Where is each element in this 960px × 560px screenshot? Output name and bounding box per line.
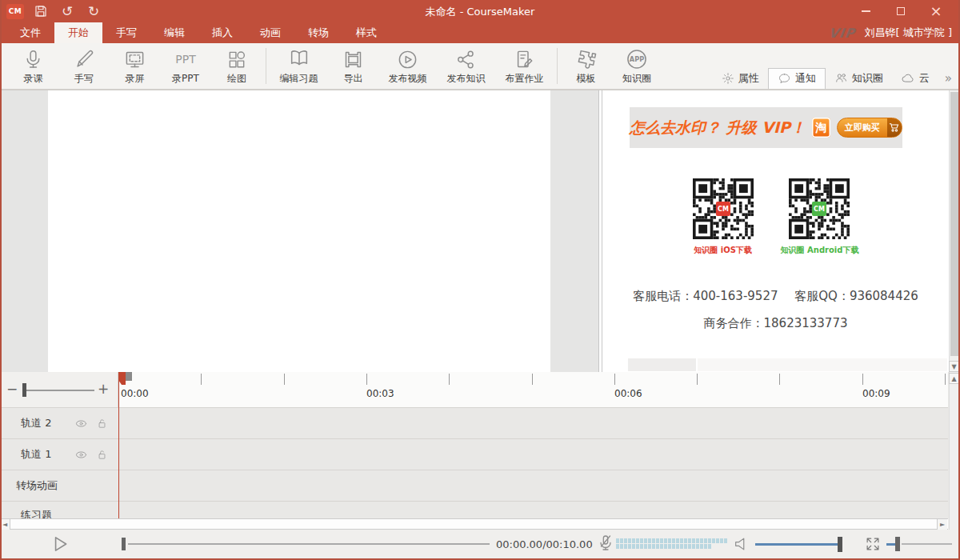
business-contact: 商务合作：18623133773 bbox=[602, 316, 949, 331]
play-button[interactable] bbox=[50, 534, 70, 558]
tab-animation[interactable]: 动画 bbox=[246, 22, 294, 43]
editing-canvas[interactable] bbox=[48, 90, 550, 373]
ruler-label: 00:09 bbox=[862, 388, 890, 399]
fullscreen-icon[interactable] bbox=[864, 535, 882, 556]
tab-edit[interactable]: 编辑 bbox=[150, 22, 198, 43]
buy-now-button[interactable]: 立即购买 bbox=[837, 118, 902, 138]
edit-exercises-button[interactable]: 编辑习题 bbox=[270, 43, 328, 89]
microphone-icon bbox=[22, 47, 44, 71]
cloud-icon bbox=[901, 71, 915, 86]
knowledge-circle-panel-button[interactable]: 知识圈 bbox=[826, 68, 892, 89]
canvas-left-margin bbox=[2, 90, 48, 373]
volume-slider-handle[interactable] bbox=[838, 537, 842, 552]
pencil-icon bbox=[74, 47, 95, 71]
people-icon bbox=[834, 71, 848, 85]
unlock-icon[interactable] bbox=[91, 418, 112, 430]
assign-homework-button[interactable]: 布置作业 bbox=[495, 43, 554, 89]
playhead-marker[interactable] bbox=[118, 372, 126, 385]
volume-slider[interactable] bbox=[755, 543, 842, 546]
contact-line: 客服电话：400-163-9527 客服QQ：936084426 bbox=[602, 289, 949, 304]
template-button[interactable]: 模板 bbox=[561, 43, 611, 89]
zoom-in-button[interactable]: + bbox=[98, 381, 109, 397]
screen-record-icon bbox=[124, 47, 146, 71]
qr-code-android: CM bbox=[789, 178, 850, 239]
seek-slider-handle[interactable] bbox=[122, 538, 126, 550]
main-area: 怎么去水印？ 升级 VIP！ 淘 立即购买 CM 知识圈 iOS下载 CM 知识… bbox=[0, 90, 960, 372]
time-display: 00:00.00/00:10.00 bbox=[496, 538, 584, 550]
audio-level-meter bbox=[616, 538, 728, 549]
microphone-muted-icon[interactable] bbox=[596, 534, 615, 556]
publish-video-button[interactable]: 发布视频 bbox=[378, 43, 437, 89]
playhead-line[interactable] bbox=[118, 372, 119, 518]
qr-android-block: CM 知识圈 Android下载 bbox=[781, 178, 859, 256]
timeline-ruler[interactable]: 00:00 00:03 00:06 00:09 bbox=[118, 372, 948, 408]
assignment-icon bbox=[514, 47, 535, 71]
zoom-out-button[interactable]: − bbox=[6, 381, 18, 397]
panel-section-peek bbox=[698, 358, 947, 371]
svg-text:APP: APP bbox=[630, 55, 644, 63]
unlock-icon[interactable] bbox=[91, 449, 112, 461]
qr-code-ios: CM bbox=[693, 178, 754, 239]
export-button[interactable]: 导出 bbox=[328, 43, 378, 89]
scrollbar-thumb[interactable] bbox=[950, 92, 958, 356]
expand-toolbar-icon[interactable]: » bbox=[945, 71, 950, 86]
visibility-eye-icon[interactable] bbox=[70, 417, 91, 430]
handwrite-button[interactable]: 手写 bbox=[58, 43, 110, 89]
tab-file[interactable]: 文件 bbox=[6, 22, 54, 43]
track-row[interactable]: 练习题 bbox=[0, 502, 948, 518]
toolbar: 录课 手写 录屏 PPT 录PPT 绘图 bbox=[0, 43, 960, 90]
scroll-right-button[interactable]: ► bbox=[937, 519, 947, 530]
qr-ios-block: CM 知识圈 iOS下载 bbox=[693, 178, 754, 256]
track-row[interactable]: 轨道 2 bbox=[0, 408, 948, 439]
notifications-button[interactable]: 通知 bbox=[768, 68, 826, 89]
zoom-slider[interactable] bbox=[24, 390, 94, 391]
qr-android-label: 知识圈 Android下载 bbox=[781, 245, 859, 256]
tab-transition[interactable]: 转场 bbox=[294, 22, 342, 43]
tab-style[interactable]: 样式 bbox=[342, 22, 390, 43]
app-logo-icon: CM bbox=[6, 4, 24, 19]
timeline-hscrollbar[interactable]: ◄ ► bbox=[0, 518, 948, 530]
preview-zoom-slider-handle[interactable] bbox=[895, 537, 900, 551]
menu-bar: 文件 开始 手写 编辑 插入 动画 转场 样式 VIP 刘昌铧[ 城市学院 ] bbox=[0, 22, 960, 43]
maximize-button[interactable] bbox=[883, 0, 918, 22]
seek-slider[interactable] bbox=[128, 543, 490, 545]
tab-home[interactable]: 开始 bbox=[54, 22, 102, 43]
track-row[interactable]: 转场动画 bbox=[0, 470, 948, 502]
cloud-button[interactable]: 云 bbox=[892, 68, 938, 89]
template-icon bbox=[575, 47, 598, 71]
record-lesson-button[interactable]: 录课 bbox=[8, 43, 58, 89]
redo-button[interactable]: ↻ bbox=[84, 2, 103, 20]
knowledge-circle-button[interactable]: APP 知识圈 bbox=[611, 43, 662, 89]
record-ppt-button[interactable]: PPT 录PPT bbox=[160, 43, 211, 89]
taobao-icon[interactable]: 淘 bbox=[812, 118, 830, 138]
properties-button[interactable]: 属性 bbox=[713, 68, 768, 89]
ppt-icon: PPT bbox=[175, 47, 195, 71]
record-screen-button[interactable]: 录屏 bbox=[110, 43, 160, 89]
preview-zoom-slider[interactable] bbox=[902, 543, 952, 545]
track-row[interactable]: 轨道 1 bbox=[0, 439, 948, 470]
gear-icon bbox=[722, 72, 734, 85]
book-icon bbox=[288, 47, 310, 71]
toolbar-divider bbox=[266, 48, 266, 84]
speaker-icon[interactable] bbox=[733, 535, 750, 556]
cart-icon bbox=[887, 118, 902, 138]
zoom-slider-handle[interactable] bbox=[22, 383, 26, 397]
timeline: − + 00:00 00:03 00:06 00:09 轨道 2 bbox=[0, 372, 960, 518]
vip-promo-banner[interactable]: 怎么去水印？ 升级 VIP！ 淘 立即购买 bbox=[630, 107, 902, 148]
publish-knowledge-button[interactable]: 发布知识 bbox=[437, 43, 495, 89]
tab-handwrite[interactable]: 手写 bbox=[102, 22, 150, 43]
user-account[interactable]: 刘昌铧[ 城市学院 ] bbox=[865, 26, 952, 40]
ruler-label: 00:03 bbox=[366, 388, 394, 399]
draw-button[interactable]: 绘图 bbox=[211, 43, 262, 89]
tab-insert[interactable]: 插入 bbox=[198, 22, 246, 43]
canvas-right-margin bbox=[550, 90, 598, 373]
publish-video-icon bbox=[397, 47, 418, 71]
playhead-handle[interactable] bbox=[126, 372, 132, 381]
notification-panel: 怎么去水印？ 升级 VIP！ 淘 立即购买 CM 知识圈 iOS下载 CM 知识… bbox=[602, 90, 949, 373]
save-button[interactable] bbox=[31, 2, 50, 20]
minimize-button[interactable] bbox=[848, 0, 883, 22]
window-title: 未命名 - CourseMaker bbox=[0, 5, 960, 19]
visibility-eye-icon[interactable] bbox=[70, 448, 91, 462]
close-button[interactable]: × bbox=[918, 0, 954, 22]
undo-button[interactable]: ↺ bbox=[58, 2, 77, 20]
